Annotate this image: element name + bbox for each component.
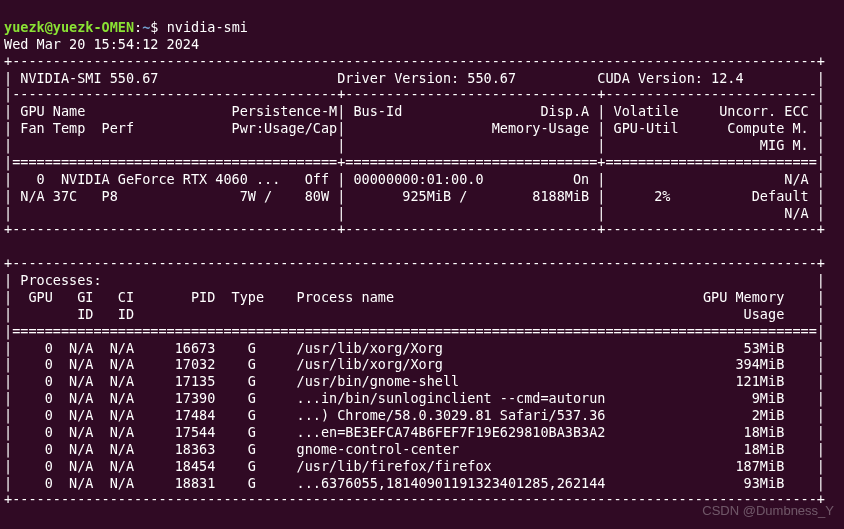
prompt-user: yuezk [4, 19, 45, 35]
prompt-at: @ [45, 19, 53, 35]
prompt-sep: : [134, 19, 142, 35]
nvidia-smi-table: +---------------------------------------… [4, 53, 825, 508]
terminal-output[interactable]: yuezk@yuezk-OMEN:~$ nvidia-smi Wed Mar 2… [0, 0, 844, 510]
command-text: nvidia-smi [167, 19, 248, 35]
prompt-host: yuezk-OMEN [53, 19, 134, 35]
prompt-symbol: $ [150, 19, 158, 35]
timestamp: Wed Mar 20 15:54:12 2024 [4, 36, 199, 52]
